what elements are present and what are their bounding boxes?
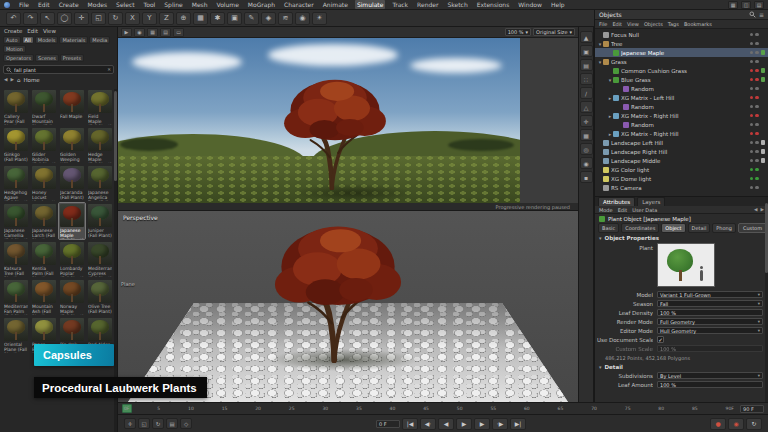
redo-icon[interactable]: ↷: [23, 12, 38, 25]
current-frame-field[interactable]: 0 F: [376, 420, 400, 428]
object-name[interactable]: Japanese Maple: [621, 50, 748, 56]
object-name[interactable]: Common Cushion Grass: [621, 68, 748, 74]
object-tag-icon[interactable]: [761, 122, 766, 127]
object-name[interactable]: Landscape Right Hill: [611, 149, 748, 155]
record-scale-icon[interactable]: ◱: [138, 418, 150, 429]
object-manager-menu-item[interactable]: Tags: [668, 21, 679, 27]
render-visibility-dot[interactable]: [755, 168, 759, 172]
object-tag-icon[interactable]: [761, 77, 766, 82]
field-value-dropdown[interactable]: Variant 1 Full-Grown ▾: [657, 291, 763, 298]
render-visibility-dot[interactable]: [755, 69, 759, 73]
breadcrumb-label[interactable]: Home: [23, 77, 39, 83]
asset-filter-chip[interactable]: Presets: [60, 54, 84, 62]
asset-item[interactable]: Lombardy Poplar (Fall Plant): [59, 241, 85, 277]
render-view-image[interactable]: [118, 38, 520, 203]
render-visibility-dot[interactable]: [755, 51, 759, 55]
asset-browser-menu-item[interactable]: Edit: [27, 28, 38, 34]
render-visibility-dot[interactable]: [755, 96, 759, 100]
layout-split-icon[interactable]: ◫: [741, 1, 751, 9]
asset-item[interactable]: Glider Robinia (Fall Plant): [31, 127, 57, 163]
object-tree-row[interactable]: Japanese Maple: [595, 48, 768, 57]
render-visibility-dot[interactable]: [755, 78, 759, 82]
object-tag-icon[interactable]: [761, 50, 766, 55]
asset-item[interactable]: Hedge Maple (Fall Plant): [87, 127, 113, 163]
aov-icon[interactable]: ▤: [160, 28, 171, 37]
render-view-icon[interactable]: ▦: [193, 12, 208, 25]
object-tree-row[interactable]: Landscape Right Hill: [595, 147, 768, 156]
object-tag-icon[interactable]: [761, 149, 766, 154]
object-tree-row[interactable]: RS Camera: [595, 183, 768, 192]
editor-visibility-dot[interactable]: [750, 168, 754, 172]
object-manager-menu-item[interactable]: Bookmarks: [684, 21, 712, 27]
clear-search-icon[interactable]: ✕: [107, 67, 111, 72]
points-mode-icon[interactable]: ∷: [580, 73, 593, 85]
menu-item[interactable]: Help: [549, 0, 567, 9]
editor-visibility-dot[interactable]: [750, 42, 754, 46]
render-visibility-dot[interactable]: [755, 159, 759, 163]
object-tree-row[interactable]: ▾ Grass: [595, 57, 768, 66]
viewport-label[interactable]: Perspective: [123, 214, 158, 221]
object-name[interactable]: Blue Grass: [621, 77, 748, 83]
primitive-cube-icon[interactable]: ▣: [227, 12, 242, 25]
object-name[interactable]: Landscape Left Hill: [611, 140, 748, 146]
menu-item[interactable]: Window: [516, 0, 544, 9]
field-value-dropdown[interactable]: By Level ▾: [657, 372, 763, 379]
editor-visibility-dot[interactable]: [750, 60, 754, 64]
editor-visibility-dot[interactable]: [750, 114, 754, 118]
object-tree-row[interactable]: ▾ Blue Grass: [595, 75, 768, 84]
object-name[interactable]: RS Camera: [611, 185, 748, 191]
record-pla-icon[interactable]: ◇: [180, 418, 192, 429]
edges-mode-icon[interactable]: /: [580, 87, 593, 99]
asset-item[interactable]: Jacaranda (Fall Plant): [59, 165, 85, 201]
asset-item[interactable]: Kentia Palm (Fall Plant): [31, 241, 57, 277]
render-visibility-dot[interactable]: [755, 87, 759, 91]
prev-frame-button[interactable]: ◀: [438, 418, 454, 430]
object-tag-icon[interactable]: [761, 140, 766, 145]
object-tree-row[interactable]: Focus Null: [595, 30, 768, 39]
attribute-tab[interactable]: Layers: [637, 197, 665, 206]
move-tool-icon[interactable]: ✛: [74, 12, 89, 25]
section-header[interactable]: ▾ Object Properties: [595, 233, 768, 242]
object-manager-menu-item[interactable]: View: [627, 21, 639, 27]
menu-item[interactable]: Sketch: [445, 0, 469, 9]
asset-item[interactable]: Japanese Angelica Tree (Fall Plant): [87, 165, 113, 201]
size-mode-dropdown[interactable]: Original Size ▾: [533, 28, 575, 36]
menu-item[interactable]: Volume: [215, 0, 241, 9]
object-name[interactable]: Grass: [611, 59, 748, 65]
field-value-dropdown[interactable]: Full Geometry ▾: [657, 318, 763, 325]
history-forward-icon[interactable]: ▶: [761, 207, 764, 212]
attribute-menu-item[interactable]: Edit: [618, 207, 628, 213]
time-ruler[interactable]: 0F51015202530354045505560657075808590F 9…: [118, 402, 768, 414]
asset-item[interactable]: Mediterranean Fan Palm (Fall Plant): [3, 279, 29, 315]
object-name[interactable]: XG Dome light: [611, 176, 748, 182]
panel-menu-icon[interactable]: ≡: [759, 11, 764, 18]
texture-mode-icon[interactable]: ▤: [580, 59, 593, 71]
object-name[interactable]: Landscape Middle: [611, 158, 748, 164]
subdivision-surface-icon[interactable]: ◈: [261, 12, 276, 25]
render-visibility-dot[interactable]: [755, 132, 759, 136]
render-visibility-dot[interactable]: [755, 33, 759, 37]
menu-item[interactable]: File: [17, 0, 31, 9]
editor-visibility-dot[interactable]: [750, 33, 754, 37]
editor-visibility-dot[interactable]: [750, 159, 754, 163]
asset-item[interactable]: Ginkgo (Fall Plant): [3, 127, 29, 163]
menu-item[interactable]: Mesh: [190, 0, 210, 9]
property-tab[interactable]: Phong: [712, 223, 736, 233]
record-rotation-icon[interactable]: ↻: [152, 418, 164, 429]
field-value-dropdown[interactable]: Hull Geometry ▾: [657, 327, 763, 334]
asset-item[interactable]: Juniper (Fall Plant): [87, 203, 113, 239]
editor-visibility-dot[interactable]: [750, 186, 754, 190]
loop-button[interactable]: ↻: [746, 418, 762, 430]
history-back-icon[interactable]: ◀: [754, 207, 757, 212]
render-settings-icon[interactable]: ✱: [210, 12, 225, 25]
object-tag-icon[interactable]: [761, 113, 766, 118]
use-document-scale-checkbox[interactable]: ✓: [657, 336, 664, 343]
render-visibility-dot[interactable]: [755, 186, 759, 190]
asset-item[interactable]: Callery Pear (Fall Plant): [3, 89, 29, 125]
asset-filter-chip[interactable]: Media: [89, 36, 110, 44]
object-tag-icon[interactable]: [761, 167, 766, 172]
object-name[interactable]: XG Matrix - Right Hill: [621, 131, 748, 137]
record-position-icon[interactable]: ✛: [124, 418, 136, 429]
editor-visibility-dot[interactable]: [750, 87, 754, 91]
asset-browser-menu-item[interactable]: View: [43, 28, 56, 34]
